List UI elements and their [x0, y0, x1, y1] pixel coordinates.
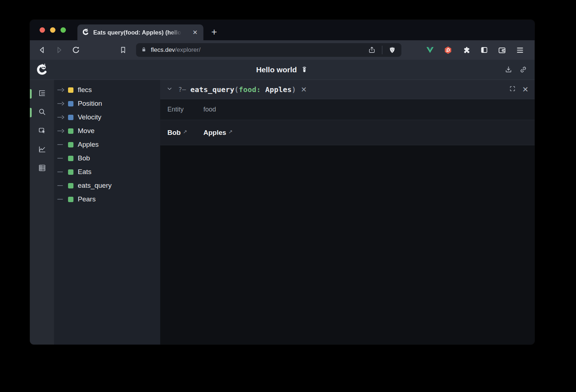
brave-shield-icon[interactable]	[388, 46, 397, 55]
extensions-row	[426, 46, 525, 55]
flecs-favicon-icon	[82, 28, 90, 37]
tree-item[interactable]: eats_query	[54, 179, 160, 192]
entity-color-square	[68, 183, 73, 188]
zoom-window-button[interactable]	[60, 27, 66, 33]
expand-arrow-icon[interactable]	[57, 87, 67, 92]
extension-hexagon-icon[interactable]	[444, 46, 453, 55]
result-table-body: Bob↗Apples↗	[160, 120, 535, 145]
tree-item[interactable]: Position	[54, 97, 160, 110]
entity-color-square	[68, 156, 73, 161]
bookmark-button[interactable]	[118, 45, 128, 55]
column-header: Entity	[167, 106, 203, 113]
browser-tab[interactable]: Eats query(food: Apples) (hello ✕	[77, 24, 203, 40]
tab-close-icon[interactable]: ✕	[191, 29, 199, 36]
tree-item[interactable]: Velocity	[54, 110, 160, 124]
cell-text: Bob	[167, 129, 181, 137]
query-expression[interactable]: eats_query(food: Apples)	[190, 85, 296, 94]
copy-link-icon[interactable]	[519, 65, 527, 74]
tree-item-label: flecs	[78, 86, 92, 94]
query-segment: food	[239, 85, 256, 94]
query-segment: Apples	[261, 85, 292, 94]
expand-arrow-icon[interactable]	[57, 101, 67, 106]
traffic-lights	[40, 20, 66, 40]
entity-link[interactable]: Bob↗	[167, 129, 203, 137]
query-header: ?– eats_query(food: Apples) ✕ ✕	[160, 80, 535, 99]
tree-item[interactable]: Bob	[54, 151, 160, 165]
tab-title: Eats query(food: Apples) (hello	[93, 29, 183, 36]
activity-stats-button[interactable]	[30, 141, 54, 159]
column-header: food	[203, 106, 216, 113]
entity-link[interactable]: Apples↗	[203, 129, 233, 137]
back-button[interactable]	[37, 45, 47, 55]
new-tab-button[interactable]: +	[211, 27, 217, 37]
panel-close-icon[interactable]: ✕	[522, 86, 528, 93]
tab-strip: Eats query(food: Apples) (hello ✕ +	[30, 20, 535, 40]
reload-button[interactable]	[71, 45, 81, 55]
tree-item[interactable]: flecs	[54, 83, 160, 97]
remote-connection-icon[interactable]	[301, 65, 309, 74]
tree-item-label: Bob	[78, 154, 90, 162]
entity-tree: flecsPositionVelocityMoveApplesBobEatsea…	[54, 80, 160, 345]
entity-color-square	[68, 115, 73, 120]
query-clear-icon[interactable]: ✕	[301, 86, 307, 93]
tree-item-label: Velocity	[78, 113, 101, 121]
inspect-select-icon	[38, 126, 46, 136]
external-link-arrow-icon: ↗	[183, 129, 187, 135]
cell-text: Apples	[203, 129, 226, 137]
content-area: flecsPositionVelocityMoveApplesBobEatsea…	[30, 80, 535, 345]
activity-tree-button[interactable]	[30, 85, 54, 103]
stats-chart-icon	[38, 145, 46, 155]
entity-color-square	[68, 169, 73, 175]
tree-item[interactable]: Apples	[54, 138, 160, 151]
query-panel: ?– eats_query(food: Apples) ✕ ✕ Entityfo…	[160, 80, 535, 345]
url-domain: flecs.dev	[151, 46, 175, 53]
active-indicator	[30, 108, 32, 117]
tree-item-label: eats_query	[78, 182, 112, 190]
tree-item[interactable]: Pears	[54, 192, 160, 206]
expand-arrow-icon[interactable]	[57, 115, 67, 120]
leaf-dash-icon	[57, 169, 67, 174]
leaf-dash-icon	[57, 197, 67, 202]
entity-color-square	[68, 142, 73, 147]
forward-button[interactable]	[54, 45, 64, 55]
url-bar[interactable]: flecs.dev/explorer/	[136, 43, 401, 57]
query-header-actions: ✕	[509, 85, 528, 94]
close-window-button[interactable]	[40, 27, 45, 33]
data-records-icon	[38, 164, 46, 174]
flecs-logo-icon[interactable]	[35, 62, 49, 77]
activity-data-button[interactable]	[30, 159, 54, 178]
external-link-arrow-icon: ↗	[228, 129, 233, 135]
activity-query-button[interactable]	[30, 103, 54, 122]
browser-window: Eats query(food: Apples) (hello ✕ + flec…	[30, 20, 535, 345]
leaf-dash-icon	[57, 183, 67, 188]
query-segment: :	[256, 85, 261, 94]
download-icon[interactable]	[504, 65, 513, 74]
chevron-down-icon[interactable]	[166, 86, 173, 94]
page-header: Hello world	[30, 60, 535, 80]
vue-devtools-icon[interactable]	[426, 46, 435, 55]
fullscreen-icon[interactable]	[509, 85, 516, 94]
world-title-group: Hello world	[256, 60, 308, 79]
result-table-header: Entityfood	[160, 99, 535, 120]
activity-bar	[30, 80, 54, 345]
extensions-puzzle-icon[interactable]	[462, 46, 471, 55]
activity-inspect-button[interactable]	[30, 122, 54, 141]
tree-item[interactable]: Eats	[54, 165, 160, 179]
sidebar-toggle-icon[interactable]	[480, 46, 489, 55]
page-header-actions	[504, 65, 527, 74]
query-segment: )	[292, 85, 296, 94]
share-icon[interactable]	[368, 46, 377, 55]
expand-arrow-icon[interactable]	[57, 128, 67, 133]
tree-item-label: Position	[78, 100, 102, 108]
tree-item-label: Apples	[78, 141, 99, 149]
wallet-icon[interactable]	[498, 46, 507, 55]
query-prompt: ?–	[178, 86, 186, 93]
entity-color-square	[68, 87, 73, 93]
tree-item[interactable]: Move	[54, 124, 160, 138]
query-panel-empty-area	[160, 145, 535, 345]
tree-view-icon	[38, 89, 46, 99]
minimize-window-button[interactable]	[50, 27, 55, 33]
tree-item-label: Eats	[78, 168, 91, 176]
browser-toolbar: flecs.dev/explorer/	[30, 40, 535, 60]
menu-icon[interactable]	[516, 46, 525, 55]
